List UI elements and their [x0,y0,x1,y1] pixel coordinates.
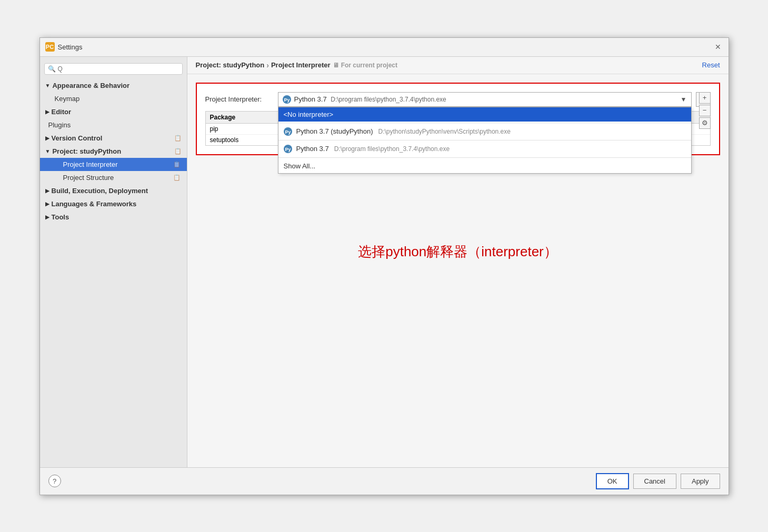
apply-button[interactable]: Apply [681,474,720,489]
dropdown-selected[interactable]: Py Python 3.7 D:\program files\python_3.… [278,92,692,107]
interpreter-row: Project Interpreter: Py Python 3.7 D:\pr… [205,92,711,107]
selected-interpreter-text: Python 3.7 D:\program files\python_3.7.4… [294,95,677,103]
sidebar-item-keymap[interactable]: Keymap [40,92,187,105]
sidebar-item-label: Plugins [48,121,71,129]
sidebar-item-project-interpreter[interactable]: Project Interpreter 📋 [40,158,187,171]
sidebar-item-label: Project Structure [63,174,114,182]
sidebar-item-label: Project Interpreter [63,160,118,168]
dialog-title: Settings [58,43,83,51]
svg-text:Py: Py [285,129,291,135]
dialog-body: 🔍 ▼ Appearance & Behavior Keymap ▶ Edito… [40,57,729,467]
expand-arrow: ▼ [45,148,51,154]
title-bar-left: PC Settings [45,42,83,52]
sidebar-item-label: Version Control [52,134,103,142]
dropdown-item-show-all[interactable]: Show All... [278,159,691,173]
expand-arrow: ▶ [45,214,49,220]
sidebar-item-label: Languages & Frameworks [52,200,137,208]
dropdown-item-no-interpreter[interactable]: <No interpreter> [278,107,691,122]
title-bar: PC Settings ✕ [40,38,729,57]
monitor-icon: 🖥 [333,62,339,69]
sidebar-item-label: Keymap [55,95,80,103]
add-button[interactable]: + [699,92,711,104]
ok-button[interactable]: OK [596,473,629,489]
help-button[interactable]: ? [48,475,61,487]
cancel-button[interactable]: Cancel [633,474,676,489]
chevron-down-icon: ▼ [681,96,687,103]
breadcrumb-current: Project Interpreter [271,61,331,69]
dropdown-divider [278,140,691,140]
copy-icon: 📋 [174,135,182,142]
expand-arrow: ▶ [45,109,49,115]
breadcrumb-bar: Project: studyPython › Project Interpret… [187,57,729,74]
python-icon: Py [284,127,292,136]
sidebar-item-project-structure[interactable]: Project Structure 📋 [40,171,187,184]
copy-icon: 📋 [174,148,182,155]
sidebar-item-languages[interactable]: ▶ Languages & Frameworks [40,197,187,210]
sidebar-item-plugins[interactable]: Plugins [40,118,187,132]
breadcrumb-separator: › [266,61,269,69]
sidebar-item-label: Build, Execution, Deployment [52,187,148,195]
sidebar-item-label: Project: studyPython [52,147,121,155]
interpreter-label: Project Interpreter: [205,95,274,103]
footer-left: ? [48,475,61,487]
main-area: Project: studyPython › Project Interpret… [187,57,729,467]
reset-link[interactable]: Reset [702,61,720,69]
expand-arrow: ▶ [45,201,49,207]
search-input[interactable] [58,65,179,73]
sidebar-item-version-control[interactable]: ▶ Version Control 📋 [40,132,187,145]
python-icon: Py [284,145,292,153]
dialog-footer: ? OK Cancel Apply [40,467,729,495]
sidebar-item-label: Editor [52,108,72,116]
annotation-text: 选择python解释器（interpreter） [358,243,557,261]
search-icon: 🔍 [48,65,56,73]
breadcrumb-parent: Project: studyPython [196,61,265,69]
sidebar-item-build[interactable]: ▶ Build, Execution, Deployment [40,184,187,197]
svg-text:Py: Py [285,147,291,152]
copy-icon: 📋 [173,161,181,168]
sidebar-item-label: Tools [52,213,69,221]
copy-icon: 📋 [173,174,181,181]
close-button[interactable]: ✕ [713,42,723,52]
expand-arrow: ▶ [45,135,49,141]
settings-button[interactable]: ⚙ [699,117,711,129]
svg-text:Py: Py [284,97,290,103]
dropdown-item-python37[interactable]: Py Python 3.7 D:\program files\python_3.… [278,142,691,156]
dropdown-menu: <No interpreter> Py Python 3.7 (stu [278,107,692,174]
sidebar: 🔍 ▼ Appearance & Behavior Keymap ▶ Edito… [40,57,187,467]
for-project-label: 🖥 For current project [333,62,397,69]
sidebar-item-appearance[interactable]: ▼ Appearance & Behavior [40,79,187,92]
sidebar-item-editor[interactable]: ▶ Editor [40,105,187,118]
python-icon: Py [283,95,291,104]
expand-arrow: ▶ [45,188,49,194]
side-actions: + − ⚙ [699,92,711,129]
content-area: Project Interpreter: Py Python 3.7 D:\pr… [187,74,729,467]
dropdown-divider [278,157,691,158]
interpreter-panel: Project Interpreter: Py Python 3.7 D:\pr… [196,83,720,155]
search-box[interactable]: 🔍 [44,63,183,75]
breadcrumb: Project: studyPython › Project Interpret… [196,61,397,69]
dropdown-item-python37-studypython[interactable]: Py Python 3.7 (studyPython) D:\python\st… [278,124,691,139]
remove-button[interactable]: − [699,105,711,116]
dropdown-divider [278,123,691,123]
interpreter-dropdown[interactable]: Py Python 3.7 D:\program files\python_3.… [278,92,692,107]
expand-arrow: ▼ [45,83,51,88]
app-icon: PC [45,42,55,52]
sidebar-item-label: Appearance & Behavior [52,82,129,89]
sidebar-item-tools[interactable]: ▶ Tools [40,210,187,224]
footer-right: OK Cancel Apply [596,473,720,489]
settings-dialog: PC Settings ✕ 🔍 ▼ Appearance & Behavior … [39,37,729,495]
sidebar-item-project[interactable]: ▼ Project: studyPython 📋 [40,145,187,158]
